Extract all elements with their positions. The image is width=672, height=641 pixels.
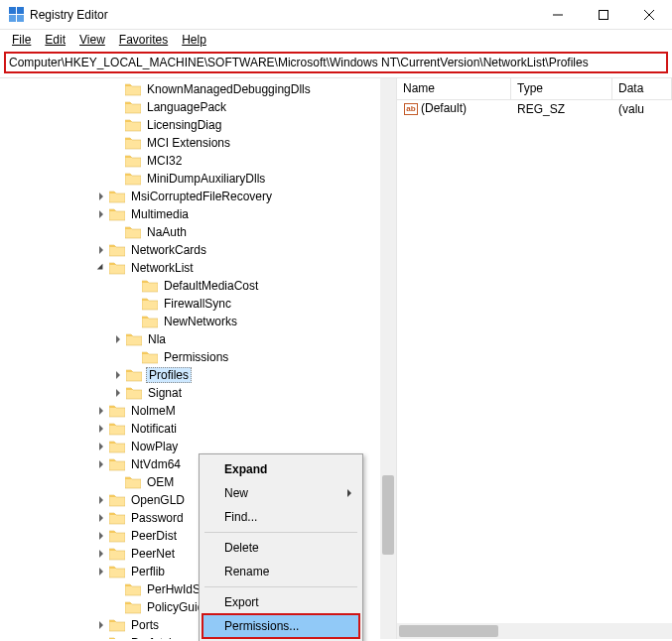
ctx-expand[interactable]: Expand: [202, 457, 359, 481]
tree-item[interactable]: DefaultMediaCost: [0, 277, 396, 295]
folder-icon: [126, 368, 142, 382]
tree-item[interactable]: Notificati: [0, 420, 396, 438]
tree-item[interactable]: Permissions: [0, 348, 396, 366]
tree-item-label: LanguagePack: [145, 100, 228, 114]
chevron-none: [109, 581, 125, 597]
tree-item[interactable]: Signat: [0, 384, 396, 402]
context-menu: Expand New Find... Delete Rename Export …: [199, 453, 363, 641]
address-bar[interactable]: Computer\HKEY_LOCAL_MACHINE\SOFTWARE\Mic…: [4, 52, 668, 73]
values-horizontal-scrollbar[interactable]: [397, 623, 672, 639]
tree-item-label: PeerDist: [129, 529, 179, 543]
tree-item[interactable]: MCI Extensions: [0, 134, 396, 152]
window-title: Registry Editor: [30, 8, 535, 22]
menu-view[interactable]: View: [73, 31, 111, 49]
folder-icon: [125, 100, 141, 114]
chevron-right-icon[interactable]: [93, 206, 109, 222]
tree-item[interactable]: KnownManagedDebuggingDlls: [0, 80, 396, 98]
chevron-right-icon[interactable]: [93, 439, 109, 454]
chevron-right-icon[interactable]: [110, 385, 126, 401]
tree-item[interactable]: Nla: [0, 330, 396, 348]
tree-item-label: Ports: [129, 618, 161, 632]
folder-icon: [109, 529, 125, 543]
tree-item[interactable]: MiniDumpAuxiliaryDlls: [0, 170, 396, 188]
folder-icon: [125, 82, 141, 96]
chevron-right-icon[interactable]: [93, 492, 109, 508]
folder-icon: [125, 136, 141, 150]
folder-icon: [109, 261, 125, 275]
tree-item-label: NetworkCards: [129, 243, 208, 257]
tree-item[interactable]: NolmeM: [0, 402, 396, 420]
tree-item[interactable]: LanguagePack: [0, 98, 396, 116]
tree-item-label: Profiles: [146, 367, 192, 383]
maximize-button[interactable]: [581, 0, 626, 29]
chevron-none: [109, 224, 125, 240]
menu-favorites[interactable]: Favorites: [113, 31, 174, 49]
value-name: (Default): [421, 101, 467, 115]
chevron-right-icon[interactable]: [110, 367, 126, 383]
menu-help[interactable]: Help: [176, 31, 212, 49]
tree-item-label: MiniDumpAuxiliaryDlls: [145, 172, 267, 186]
tree-item-label: OpenGLD: [129, 493, 187, 507]
menu-file[interactable]: File: [6, 31, 37, 49]
chevron-right-icon[interactable]: [93, 456, 109, 472]
tree-item-label: KnownManagedDebuggingDlls: [145, 82, 313, 96]
ctx-new[interactable]: New: [202, 481, 359, 505]
menu-edit[interactable]: Edit: [39, 31, 71, 49]
tree-item[interactable]: MCI32: [0, 152, 396, 170]
chevron-right-icon[interactable]: [110, 331, 126, 347]
ctx-find[interactable]: Find...: [202, 505, 359, 529]
tree-item-label: OEM: [145, 475, 176, 489]
folder-icon: [126, 332, 142, 346]
ctx-permissions[interactable]: Permissions...: [202, 614, 359, 638]
ctx-rename[interactable]: Rename: [202, 560, 359, 583]
chevron-right-icon[interactable]: [93, 242, 109, 258]
chevron-right-icon[interactable]: [93, 421, 109, 437]
chevron-none: [109, 599, 125, 615]
close-button[interactable]: [626, 0, 672, 29]
tree-item-label: Perflib: [129, 565, 167, 578]
tree-item[interactable]: NetworkCards: [0, 241, 396, 259]
minimize-button[interactable]: [535, 0, 581, 29]
folder-icon: [142, 297, 158, 311]
values-pane[interactable]: Name Type Data ab(Default) REG_SZ (valu: [397, 78, 672, 639]
tree-item[interactable]: NetworkList: [0, 259, 396, 277]
folder-icon: [109, 440, 125, 453]
tree-vertical-scrollbar[interactable]: [380, 78, 396, 639]
folder-icon: [125, 475, 141, 489]
folder-icon: [109, 422, 125, 436]
tree-item[interactable]: FirewallSync: [0, 295, 396, 313]
folder-icon: [125, 582, 141, 596]
ctx-separator: [204, 586, 357, 587]
chevron-right-icon[interactable]: [93, 617, 109, 633]
column-name[interactable]: Name: [397, 78, 511, 99]
chevron-none: [109, 117, 125, 133]
chevron-none: [109, 135, 125, 151]
ctx-delete[interactable]: Delete: [202, 536, 359, 560]
chevron-right-icon[interactable]: [93, 546, 109, 562]
chevron-right-icon[interactable]: [93, 403, 109, 419]
column-data[interactable]: Data: [612, 78, 672, 99]
tree-item[interactable]: Multimedia: [0, 205, 396, 223]
folder-icon: [142, 279, 158, 293]
folder-icon: [125, 154, 141, 168]
tree-item[interactable]: MsiCorruptedFileRecovery: [0, 188, 396, 205]
ctx-export[interactable]: Export: [202, 590, 359, 614]
tree-item[interactable]: NaAuth: [0, 223, 396, 241]
tree-item[interactable]: LicensingDiag: [0, 116, 396, 134]
value-data: (valu: [612, 102, 672, 116]
chevron-right-icon[interactable]: [93, 635, 109, 639]
tree-item[interactable]: Profiles: [0, 366, 396, 384]
folder-icon: [125, 225, 141, 239]
tree-item[interactable]: NewNetworks: [0, 313, 396, 330]
column-type[interactable]: Type: [511, 78, 612, 99]
chevron-down-icon[interactable]: [93, 260, 109, 276]
folder-icon: [109, 207, 125, 221]
chevron-right-icon[interactable]: [93, 564, 109, 579]
value-row[interactable]: ab(Default) REG_SZ (valu: [397, 100, 672, 118]
chevron-right-icon[interactable]: [93, 528, 109, 544]
chevron-none: [109, 153, 125, 169]
chevron-right-icon[interactable]: [93, 189, 109, 204]
folder-icon: [109, 243, 125, 257]
tree-item-label: Multimedia: [129, 207, 191, 221]
chevron-right-icon[interactable]: [93, 510, 109, 526]
